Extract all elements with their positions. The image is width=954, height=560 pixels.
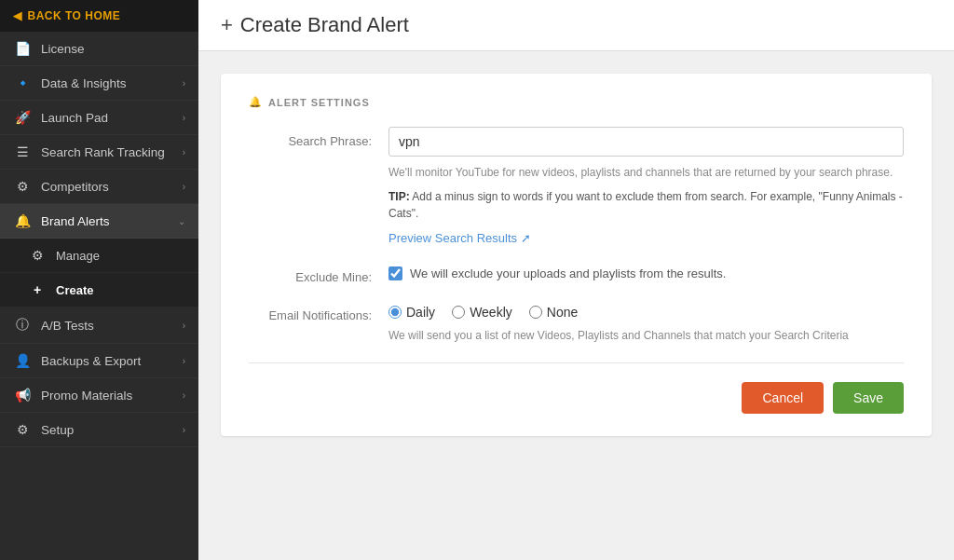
bell-icon: 🔔 bbox=[249, 96, 263, 108]
exclude-mine-text: We will exclude your uploads and playlis… bbox=[410, 266, 726, 280]
sidebar-item-backups-export[interactable]: 👤 Backups & Export › bbox=[0, 344, 198, 378]
back-to-home-button[interactable]: ◀ BACK TO HOME bbox=[0, 0, 198, 32]
button-row: Cancel Save bbox=[249, 382, 904, 414]
brand-alerts-icon: 🔔 bbox=[13, 213, 32, 228]
sidebar-item-setup[interactable]: ⚙ Setup › bbox=[0, 413, 198, 447]
sidebar-item-label: Search Rank Tracking bbox=[41, 145, 183, 159]
exclude-mine-checkbox-row: We will exclude your uploads and playlis… bbox=[388, 266, 904, 280]
sidebar-item-create[interactable]: + Create bbox=[0, 273, 198, 307]
search-phrase-help: We'll monitor YouTube for new videos, pl… bbox=[388, 164, 904, 181]
radio-daily-label: Daily bbox=[406, 305, 435, 320]
search-phrase-input[interactable] bbox=[388, 127, 904, 157]
brand-alerts-submenu: ⚙ Manage + Create bbox=[0, 239, 198, 307]
ab-tests-icon: ⓘ bbox=[13, 317, 32, 334]
email-notifications-wrap: Daily Weekly None We will send you a lis… bbox=[388, 301, 904, 344]
sidebar-item-competitors[interactable]: ⚙ Competitors › bbox=[0, 170, 198, 204]
preview-link-label: Preview Search Results bbox=[388, 231, 517, 245]
sidebar-item-label: Data & Insights bbox=[41, 76, 183, 90]
backups-icon: 👤 bbox=[13, 353, 32, 368]
back-to-home-label: BACK TO HOME bbox=[28, 9, 121, 22]
license-icon: 📄 bbox=[13, 41, 32, 56]
manage-icon: ⚙ bbox=[28, 248, 47, 263]
chevron-right-icon: › bbox=[183, 356, 185, 366]
sidebar-item-license[interactable]: 📄 License bbox=[0, 32, 198, 66]
page-header: + Create Brand Alert bbox=[198, 0, 954, 51]
email-notifications-label: Email Notifications: bbox=[249, 301, 388, 344]
radio-daily-input[interactable] bbox=[388, 306, 402, 319]
sidebar-item-ab-tests[interactable]: ⓘ A/B Tests › bbox=[0, 307, 198, 344]
radio-group: Daily Weekly None bbox=[388, 305, 904, 320]
main-content: + Create Brand Alert 🔔 ALERT SETTINGS Se… bbox=[198, 0, 954, 560]
sidebar-item-search-rank-tracking[interactable]: ☰ Search Rank Tracking › bbox=[0, 135, 198, 170]
sidebar-item-label: License bbox=[41, 42, 185, 56]
search-phrase-label: Search Phrase: bbox=[249, 127, 388, 246]
chevron-right-icon: › bbox=[183, 321, 185, 331]
radio-none[interactable]: None bbox=[529, 305, 578, 320]
tip-content: Add a minus sign to words if you want to… bbox=[388, 190, 903, 220]
search-phrase-row: Search Phrase: We'll monitor YouTube for… bbox=[249, 127, 904, 246]
save-button[interactable]: Save bbox=[833, 382, 904, 414]
sidebar-item-label: Launch Pad bbox=[41, 111, 183, 125]
sidebar-item-label: Competitors bbox=[41, 180, 183, 194]
plus-icon: + bbox=[221, 13, 233, 37]
sidebar-item-manage[interactable]: ⚙ Manage bbox=[0, 239, 198, 273]
email-notifications-row: Email Notifications: Daily Weekly bbox=[249, 301, 904, 344]
radio-none-input[interactable] bbox=[529, 306, 542, 319]
exclude-mine-wrap: We will exclude your uploads and playlis… bbox=[388, 263, 904, 284]
form-card: 🔔 ALERT SETTINGS Search Phrase: We'll mo… bbox=[221, 74, 932, 436]
chevron-right-icon: › bbox=[183, 390, 185, 401]
data-insights-icon: 🔹 bbox=[13, 75, 32, 90]
chevron-down-icon: ⌄ bbox=[178, 216, 185, 226]
sidebar-item-label: Create bbox=[56, 283, 185, 297]
chevron-right-icon: › bbox=[183, 182, 185, 192]
sidebar-item-label: Brand Alerts bbox=[41, 214, 178, 228]
sidebar-item-data-insights[interactable]: 🔹 Data & Insights › bbox=[0, 66, 198, 101]
competitors-icon: ⚙ bbox=[13, 179, 32, 194]
tip-text: TIP: Add a minus sign to words if you wa… bbox=[388, 188, 904, 222]
preview-search-link[interactable]: Preview Search Results ➚ bbox=[388, 231, 531, 245]
sidebar-item-promo-materials[interactable]: 📢 Promo Materials › bbox=[0, 378, 198, 413]
external-link-icon: ➚ bbox=[521, 231, 531, 245]
chevron-right-icon: › bbox=[183, 147, 185, 157]
sidebar-item-label: Backups & Export bbox=[41, 354, 183, 368]
sidebar-item-label: Manage bbox=[56, 249, 185, 263]
chevron-right-icon: › bbox=[183, 425, 185, 435]
sidebar-item-label: Setup bbox=[41, 423, 183, 437]
cancel-button[interactable]: Cancel bbox=[742, 382, 824, 414]
main-body: 🔔 ALERT SETTINGS Search Phrase: We'll mo… bbox=[198, 51, 954, 560]
divider bbox=[249, 362, 904, 363]
sidebar-item-brand-alerts[interactable]: 🔔 Brand Alerts ⌄ bbox=[0, 204, 198, 239]
tip-label: TIP: bbox=[388, 190, 410, 203]
radio-weekly-input[interactable] bbox=[452, 306, 465, 319]
chevron-right-icon: › bbox=[183, 78, 185, 89]
radio-help-text: We will send you a list of new Videos, P… bbox=[388, 327, 904, 344]
radio-daily[interactable]: Daily bbox=[388, 305, 435, 320]
setup-icon: ⚙ bbox=[13, 422, 32, 437]
promo-icon: 📢 bbox=[13, 388, 32, 403]
sidebar-item-label: A/B Tests bbox=[41, 319, 183, 333]
back-arrow-icon: ◀ bbox=[13, 9, 22, 22]
search-phrase-wrap: We'll monitor YouTube for new videos, pl… bbox=[388, 127, 904, 246]
radio-weekly[interactable]: Weekly bbox=[452, 305, 512, 320]
search-rank-icon: ☰ bbox=[13, 144, 32, 159]
sidebar-item-label: Promo Materials bbox=[41, 389, 183, 403]
page-title: Create Brand Alert bbox=[240, 13, 409, 37]
section-title: 🔔 ALERT SETTINGS bbox=[249, 96, 904, 108]
exclude-mine-label: Exclude Mine: bbox=[249, 263, 388, 284]
radio-none-label: None bbox=[547, 305, 578, 320]
exclude-mine-row: Exclude Mine: We will exclude your uploa… bbox=[249, 263, 904, 284]
chevron-right-icon: › bbox=[183, 113, 185, 123]
radio-weekly-label: Weekly bbox=[470, 305, 512, 320]
sidebar-item-launch-pad[interactable]: 🚀 Launch Pad › bbox=[0, 101, 198, 135]
sidebar: ◀ BACK TO HOME 📄 License 🔹 Data & Insigh… bbox=[0, 0, 198, 560]
launch-pad-icon: 🚀 bbox=[13, 110, 32, 125]
exclude-mine-checkbox[interactable] bbox=[388, 266, 402, 280]
create-icon: + bbox=[28, 282, 47, 297]
